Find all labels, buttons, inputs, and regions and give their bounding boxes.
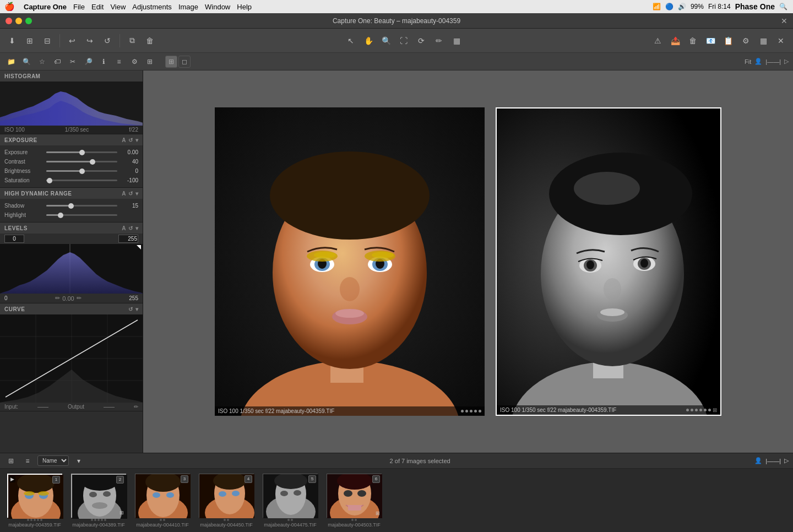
color-tag-icon[interactable]: 🏷 (51, 55, 64, 68)
svg-point-79 (280, 491, 288, 496)
undo-button[interactable]: ↩ (64, 33, 80, 48)
tdot2-4 (101, 519, 103, 521)
send-button[interactable]: 📧 (703, 33, 718, 48)
browser-button[interactable]: ⊞ (22, 33, 37, 48)
histogram-header[interactable]: HISTOGRAM (0, 70, 143, 82)
crop-icon[interactable]: ✂ (66, 55, 79, 68)
curve-graph[interactable] (0, 314, 143, 403)
batch-icon[interactable]: ⊞ (143, 55, 156, 68)
close-panel-button[interactable]: ✕ (773, 33, 789, 48)
viewer-button[interactable]: ⊟ (40, 33, 55, 48)
gear-icon[interactable]: ⚙ (128, 55, 141, 68)
delete-button[interactable]: 🗑 (685, 33, 700, 48)
shutter-value: 1/350 sec (65, 127, 89, 133)
info-icon[interactable]: ℹ (97, 55, 110, 68)
menu-capture-one[interactable]: Capture One (24, 3, 67, 11)
black-point-picker[interactable]: ✏ (55, 295, 60, 302)
saturation-slider-track[interactable] (46, 180, 117, 181)
layout-button[interactable]: ▦ (756, 33, 771, 48)
wifi-icon: 📶 (653, 3, 661, 10)
levels-auto[interactable]: A (122, 225, 126, 231)
single-view-button[interactable]: ◻ (178, 56, 191, 68)
curve-reset[interactable]: ↺ (128, 306, 133, 312)
brightness-slider-track[interactable] (46, 170, 117, 172)
import-button[interactable]: ⬇ (4, 33, 20, 48)
settings-button[interactable]: ⚙ (738, 33, 753, 48)
histogram-info: ISO 100 1/350 sec f/22 (0, 126, 143, 134)
curve-menu[interactable]: ▾ (135, 306, 139, 312)
folder-icon[interactable]: 📁 (4, 55, 18, 68)
exposure-reset[interactable]: ↺ (128, 137, 133, 143)
levels-black-input[interactable] (4, 235, 24, 243)
minimize-button[interactable] (15, 18, 22, 24)
filmstrip-grid-btn[interactable]: ⊞ (4, 454, 18, 468)
zoom-slider[interactable]: |——| (765, 58, 781, 65)
adjust2-button[interactable]: 📋 (720, 33, 736, 48)
search-icon[interactable]: 🔍 (779, 3, 787, 10)
loupe-icon[interactable]: 🔎 (82, 55, 95, 68)
cursor-tool[interactable]: ↖ (343, 33, 359, 48)
shadow-slider-track[interactable] (46, 205, 117, 207)
thumb-frame-6[interactable]: 6 ⊞ (327, 474, 382, 518)
expand-icon[interactable]: ⊞ (713, 407, 717, 413)
hdr-menu[interactable]: ▾ (135, 191, 139, 197)
crop-tool[interactable]: ⛶ (396, 33, 411, 48)
menu-help[interactable]: Help (237, 3, 252, 11)
curve-picker-icon[interactable]: ✏ (134, 404, 138, 410)
gamma-value[interactable]: 0.00 (62, 295, 74, 302)
grid-view-button[interactable]: ⊞ (165, 56, 177, 68)
menu-window[interactable]: Window (205, 3, 230, 11)
levels-section: LEVELS A ↺ ▾ (0, 222, 143, 303)
menu-view[interactable]: View (110, 3, 126, 11)
zoom-tool[interactable]: 🔍 (378, 33, 394, 48)
reset-button[interactable]: ↺ (100, 33, 115, 48)
apple-logo[interactable]: 🍎 (4, 2, 15, 12)
highlight-slider-track[interactable] (46, 214, 117, 216)
levels-white-input[interactable] (118, 235, 138, 243)
hdr-reset[interactable]: ↺ (128, 191, 133, 197)
exposure-menu[interactable]: ▾ (135, 137, 139, 143)
thumb-frame-5[interactable]: 5 (263, 474, 318, 518)
paste-adj-button[interactable]: 🗑 (142, 33, 157, 48)
sort-select[interactable]: Name (37, 455, 69, 466)
bw-photo-frame[interactable]: ISO 100 1/350 sec f/22 majabeauty-004359… (496, 107, 721, 416)
thumb-frame-3[interactable]: 3 (135, 474, 190, 518)
menubar: 🍎 Capture One File Edit View Adjustments… (0, 0, 793, 13)
hand-tool[interactable]: ✋ (361, 33, 376, 48)
redo-button[interactable]: ↪ (82, 33, 97, 48)
menu-image[interactable]: Image (178, 3, 198, 11)
white-point-picker[interactable]: ✏ (77, 295, 82, 302)
exposure-slider-track[interactable] (46, 151, 117, 153)
levels-reset[interactable]: ↺ (128, 225, 133, 231)
menu-adjustments[interactable]: Adjustments (132, 3, 172, 11)
contrast-slider-track[interactable] (46, 161, 117, 162)
thumb-frame-1[interactable]: 1 ▶ (7, 474, 62, 518)
color-photo-frame[interactable]: ISO 100 1/350 sec f/22 majabeauty-004359… (215, 107, 485, 416)
exposure-auto[interactable]: A (122, 137, 126, 143)
filmstrip-slider[interactable]: |——| (765, 458, 781, 464)
hdr-header[interactable]: HIGH DYNAMIC RANGE A ↺ ▾ (0, 188, 143, 199)
hdr-auto[interactable]: A (122, 191, 126, 197)
meta-icon[interactable]: ≡ (112, 55, 126, 68)
star-icon[interactable]: ☆ (35, 55, 48, 68)
thumb-frame-4[interactable]: 4 (199, 474, 254, 518)
process-button[interactable]: 📤 (667, 33, 683, 48)
levels-menu[interactable]: ▾ (135, 225, 139, 231)
menu-edit[interactable]: Edit (91, 3, 104, 11)
exposure-header[interactable]: EXPOSURE A ↺ ▾ (0, 134, 143, 145)
search-icon-tool[interactable]: 🔍 (20, 55, 33, 68)
filmstrip-list-btn[interactable]: ≡ (21, 454, 34, 468)
sort-order-btn[interactable]: ▾ (72, 454, 85, 468)
copy-adj-button[interactable]: ⧉ (124, 33, 140, 48)
rotate-tool[interactable]: ⟳ (414, 33, 429, 48)
brush-tool[interactable]: ✏ (431, 33, 447, 48)
thumb-frame-2[interactable]: 2 ⊞ (71, 474, 126, 518)
levels-header[interactable]: LEVELS A ↺ ▾ (0, 222, 143, 234)
window-close-right[interactable]: ✕ (781, 17, 787, 25)
menu-file[interactable]: File (73, 3, 85, 11)
warning-button[interactable]: ⚠ (650, 33, 665, 48)
maximize-button[interactable] (25, 18, 32, 24)
close-button[interactable] (6, 18, 12, 24)
gradient-tool[interactable]: ▦ (449, 33, 464, 48)
curve-header[interactable]: CURVE ↺ ▾ (0, 303, 143, 314)
